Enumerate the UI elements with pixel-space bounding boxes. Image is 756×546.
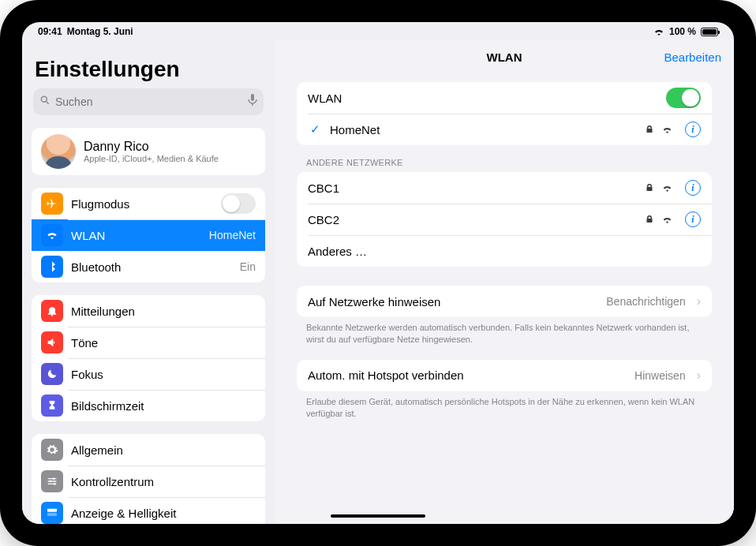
ask-join-card: Auf Netzwerke hinweisen Benachrichtigen … [297,286,712,317]
notifications-label: Mitteilungen [71,305,256,318]
ask-join-footnote: Bekannte Netzwerke werden automatisch ve… [306,322,702,346]
profile-name: Danny Rico [84,140,219,154]
ipad-frame: 09:41 Montag 5. Juni 100 % Einstellungen [0,0,756,546]
signal-icon [662,125,672,135]
svg-point-3 [53,477,55,480]
hotspot-label: Autom. mit Hotspot verbinden [308,368,627,382]
svg-rect-6 [47,509,57,512]
search-input[interactable] [55,95,243,108]
other-networks-card: CBC1 i CBC2 i Anderes … [297,172,712,267]
svg-line-1 [47,102,49,104]
sidebar-group-connectivity: Flugmodus WLAN HomeNet Bluetooth Ein [32,188,265,282]
wlan-main-card: WLAN ✓ HomeNet i [297,82,712,145]
screen: 09:41 Montag 5. Juni 100 % Einstellungen [22,22,734,524]
wlan-toggle[interactable] [666,88,701,108]
focus-label: Fokus [71,368,256,381]
info-button[interactable]: i [685,122,701,137]
bell-icon [41,300,63,322]
general-label: Allgemein [71,443,256,457]
hourglass-icon [41,395,63,417]
network-row[interactable]: CBC1 i [297,172,712,204]
network-name: CBC1 [308,181,636,195]
battery-icon [701,28,718,36]
brightness-icon [41,502,63,524]
display-label: Anzeige & Helligkeit [71,507,256,520]
svg-point-4 [50,481,52,483]
lock-icon [644,183,654,193]
svg-point-0 [41,96,47,102]
home-indicator [331,514,425,518]
sidebar-item-screentime[interactable]: Bildschirmzeit [32,390,265,421]
ask-join-row[interactable]: Auf Netzwerke hinweisen Benachrichtigen … [297,286,712,317]
wlan-toggle-row[interactable]: WLAN [297,82,712,114]
status-battery-pct: 100 % [669,26,696,37]
edit-button[interactable]: Bearbeiten [664,50,721,64]
wlan-toggle-label: WLAN [308,92,658,105]
other-network-label: Anderes … [308,245,701,258]
sidebar-item-control-center[interactable]: Kontrollzentrum [32,466,265,497]
control-center-label: Kontrollzentrum [71,475,256,488]
sidebar-item-bluetooth[interactable]: Bluetooth Ein [32,251,265,282]
moon-icon [41,363,63,385]
network-row[interactable]: CBC2 i [297,204,712,235]
wifi-icon [653,28,664,36]
sidebar-item-sounds[interactable]: Töne [32,327,265,358]
svg-rect-2 [251,94,254,101]
ask-join-value: Benachrichtigen [606,295,685,308]
nav-bar: WLAN Bearbeiten [275,39,734,74]
screentime-label: Bildschirmzeit [71,399,256,413]
sidebar-item-airplane[interactable]: Flugmodus [32,188,265,219]
search-field[interactable] [33,88,264,115]
bluetooth-value: Ein [240,260,256,273]
sidebar-item-notifications[interactable]: Mitteilungen [32,295,265,327]
info-button[interactable]: i [685,211,701,227]
page-title: WLAN [487,50,522,64]
ask-join-label: Auf Netzwerke hinweisen [308,295,598,309]
chevron-right-icon: › [697,368,701,383]
hotspot-card: Autom. mit Hotspot verbinden Hinweisen › [297,360,712,391]
hotspot-row[interactable]: Autom. mit Hotspot verbinden Hinweisen › [297,360,712,391]
airplane-icon [41,193,63,215]
dictate-icon[interactable] [248,94,257,110]
airplane-toggle[interactable] [221,193,256,214]
sidebar-item-focus[interactable]: Fokus [32,358,265,390]
bluetooth-icon [41,256,63,278]
lock-icon [644,215,654,225]
checkmark-icon: ✓ [308,122,322,136]
other-network-row[interactable]: Anderes … [297,235,712,267]
status-bar: 09:41 Montag 5. Juni 100 % [22,22,734,39]
status-date: Montag 5. Juni [67,26,133,37]
other-networks-header: Andere Netzwerke [306,158,702,167]
connected-network-row[interactable]: ✓ HomeNet i [297,114,712,145]
wlan-label: WLAN [71,229,201,242]
sidebar-item-general[interactable]: Allgemein [32,434,265,466]
bluetooth-label: Bluetooth [71,260,232,274]
avatar [41,134,76,169]
profile-subtitle: Apple-ID, iCloud+, Medien & Käufe [84,154,219,163]
connected-network-name: HomeNet [330,123,636,136]
svg-rect-7 [47,513,57,516]
airplane-label: Flugmodus [71,197,213,211]
gear-icon [41,439,63,461]
sounds-label: Töne [71,336,256,350]
sidebar-item-display[interactable]: Anzeige & Helligkeit [32,497,265,524]
hotspot-footnote: Erlaube diesem Gerät, automatisch persön… [306,396,702,420]
info-button[interactable]: i [685,180,701,196]
search-icon [39,95,51,109]
sliders-icon [41,470,63,492]
hotspot-value: Hinweisen [634,369,686,382]
settings-title: Einstellungen [35,57,262,82]
wifi-settings-icon [41,224,63,246]
signal-icon [662,215,672,225]
chevron-right-icon: › [697,294,701,309]
wlan-value: HomeNet [209,229,256,241]
sidebar: Einstellungen Danny Rico Apple-ID, iClou… [22,39,275,524]
svg-point-5 [54,483,56,485]
status-time: 09:41 [38,26,62,37]
sidebar-group-general: Allgemein Kontrollzentrum Anzeige & Hell… [32,434,265,524]
signal-icon [662,183,672,193]
sidebar-item-wlan[interactable]: WLAN HomeNet [32,219,265,251]
apple-id-row[interactable]: Danny Rico Apple-ID, iCloud+, Medien & K… [32,128,265,175]
sidebar-group-notifications: Mitteilungen Töne Fokus Bildschirmzeit [32,295,265,421]
detail-pane: WLAN Bearbeiten WLAN ✓ HomeNet [275,39,734,524]
